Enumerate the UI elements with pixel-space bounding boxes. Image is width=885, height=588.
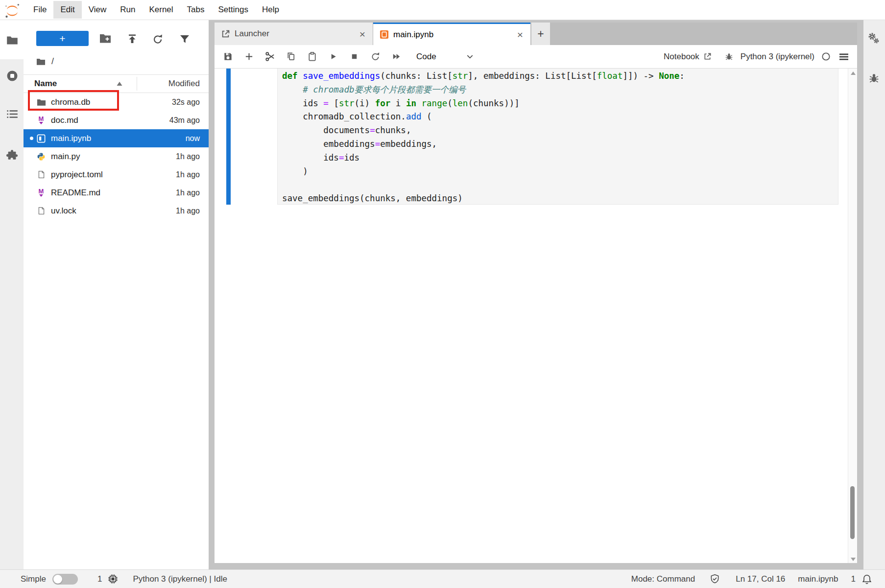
tab-main-ipynb[interactable]: main.ipynb ×: [373, 23, 530, 45]
simple-mode-toggle[interactable]: [52, 574, 78, 585]
external-link-icon[interactable]: [703, 52, 712, 61]
breadcrumb-root[interactable]: /: [51, 56, 54, 67]
scroll-up-arrow-icon[interactable]: [851, 71, 856, 75]
copy-cells-icon[interactable]: [285, 50, 297, 63]
file-modified: 1h ago: [176, 188, 200, 197]
file-name[interactable]: uv.lock: [51, 206, 176, 216]
trust-shield-icon[interactable]: [710, 574, 720, 584]
left-activity-bar: [0, 20, 24, 569]
kernel-status-text[interactable]: Python 3 (ipykernel) | Idle: [133, 574, 227, 584]
scrollbar-thumb[interactable]: [850, 486, 855, 539]
new-launcher-button[interactable]: +: [36, 31, 89, 46]
menu-item-edit[interactable]: Edit: [53, 1, 81, 19]
notification-count: 1: [851, 574, 856, 584]
refresh-icon[interactable]: [152, 33, 164, 45]
status-bar: Simple 1 Python 3 (ipykernel) | Idle Mod…: [0, 569, 885, 588]
menu-item-file[interactable]: File: [26, 1, 53, 19]
file-row-chroma.db[interactable]: chroma.db32s ago: [24, 93, 209, 111]
kernel-chip-icon[interactable]: [108, 574, 118, 584]
tab-label[interactable]: main.ipynb: [393, 30, 514, 40]
file-browser-icon[interactable]: [6, 34, 19, 47]
menu-item-settings[interactable]: Settings: [212, 1, 255, 19]
close-icon[interactable]: ×: [514, 29, 526, 40]
file-icon: [36, 170, 46, 180]
debugger-bug-icon[interactable]: [724, 52, 734, 61]
notebook-scrollbar[interactable]: [848, 69, 857, 563]
upload-icon[interactable]: [126, 33, 138, 45]
breadcrumb[interactable]: /: [36, 56, 54, 67]
file-name[interactable]: main.ipynb: [51, 134, 186, 143]
file-icon: [36, 206, 46, 216]
file-row-README.md[interactable]: MREADME.md1h ago: [24, 184, 209, 202]
menu-item-tabs[interactable]: Tabs: [180, 1, 212, 19]
file-list-header[interactable]: Name Modified: [24, 74, 209, 93]
code-cell-editor[interactable]: def save_embeddings(chunks: List[str], e…: [277, 69, 838, 205]
tab-launcher[interactable]: Launcher ×: [215, 23, 373, 45]
insert-cell-icon[interactable]: [242, 50, 255, 63]
run-cell-icon[interactable]: [327, 50, 339, 63]
file-name[interactable]: main.py: [51, 152, 176, 162]
close-icon[interactable]: ×: [356, 29, 369, 39]
kernel-count: 1: [97, 574, 102, 584]
restart-kernel-icon[interactable]: [369, 50, 382, 63]
filter-icon[interactable]: [179, 33, 191, 45]
file-row-uv.lock[interactable]: uv.lock1h ago: [24, 202, 209, 220]
debugger-bug-icon[interactable]: [867, 71, 880, 84]
file-row-pyproject.toml[interactable]: pyproject.toml1h ago: [24, 165, 209, 184]
save-icon[interactable]: [221, 50, 234, 63]
column-name[interactable]: Name: [34, 79, 57, 89]
running-kernels-icon[interactable]: [6, 70, 19, 82]
open-in-notebook-button[interactable]: Notebook: [664, 52, 699, 62]
file-name[interactable]: pyproject.toml: [51, 170, 176, 180]
file-name[interactable]: doc.md: [51, 116, 169, 125]
file-row-doc.md[interactable]: Mdoc.md43m ago: [24, 111, 209, 129]
menu-item-view[interactable]: View: [82, 1, 114, 19]
menu-items: FileEditViewRunKernelTabsSettingsHelp: [26, 1, 286, 19]
new-folder-icon[interactable]: [99, 33, 111, 45]
paste-cells-icon[interactable]: [306, 50, 318, 63]
file-row-main.py[interactable]: main.py1h ago: [24, 147, 209, 165]
column-modified[interactable]: Modified: [168, 79, 200, 89]
launcher-icon: [221, 29, 230, 39]
command-mode-indicator[interactable]: Mode: Command: [631, 574, 695, 584]
home-folder-icon: [36, 58, 46, 65]
property-inspector-gears-icon[interactable]: [867, 32, 880, 45]
code-cell-source[interactable]: def save_embeddings(chunks: List[str], e…: [278, 69, 838, 206]
file-modified: 1h ago: [176, 152, 200, 161]
tab-label[interactable]: Launcher: [235, 29, 356, 39]
bell-icon[interactable]: [861, 574, 872, 585]
restart-run-all-icon[interactable]: [390, 50, 403, 63]
chevron-down-icon: [466, 52, 474, 61]
menu-item-run[interactable]: Run: [113, 1, 142, 19]
folder-icon: [36, 97, 46, 107]
extension-manager-icon[interactable]: [6, 148, 19, 161]
cursor-position[interactable]: Ln 17, Col 16: [736, 574, 785, 584]
scroll-down-arrow-icon[interactable]: [851, 558, 856, 561]
python-icon: [36, 152, 46, 162]
kernel-status-icon: [821, 52, 831, 61]
tab-bar: Launcher × main.ipynb × +: [215, 23, 857, 45]
table-of-contents-icon[interactable]: [6, 108, 19, 120]
file-name[interactable]: README.md: [51, 188, 176, 198]
cell-type-dropdown[interactable]: Code: [416, 52, 474, 62]
markdown-icon: M: [36, 116, 46, 125]
file-row-main.ipynb[interactable]: main.ipynbnow: [24, 129, 209, 147]
cut-cells-icon[interactable]: [263, 50, 276, 63]
new-tab-button[interactable]: +: [531, 23, 550, 45]
kernel-name[interactable]: Python 3 (ipykernel): [741, 52, 814, 62]
sort-ascending-icon: [117, 82, 122, 86]
menu-item-help[interactable]: Help: [255, 1, 286, 19]
interrupt-kernel-icon[interactable]: [348, 50, 360, 63]
panel-menu-icon[interactable]: [838, 51, 849, 62]
jupyter-logo-icon: [4, 2, 21, 18]
file-name[interactable]: chroma.db: [51, 97, 172, 107]
active-cell-collapser[interactable]: [226, 69, 231, 205]
file-modified: 1h ago: [176, 207, 200, 215]
column-divider: [137, 77, 137, 91]
menu-bar: FileEditViewRunKernelTabsSettingsHelp: [0, 0, 885, 20]
toggle-knob: [53, 575, 62, 584]
menu-item-kernel[interactable]: Kernel: [142, 1, 180, 19]
notebook-content: def save_embeddings(chunks: List[str], e…: [215, 69, 857, 563]
file-browser-panel: + / Name Modified chroma.db32s agoMdoc.m…: [24, 20, 209, 569]
file-modified: now: [186, 134, 200, 143]
